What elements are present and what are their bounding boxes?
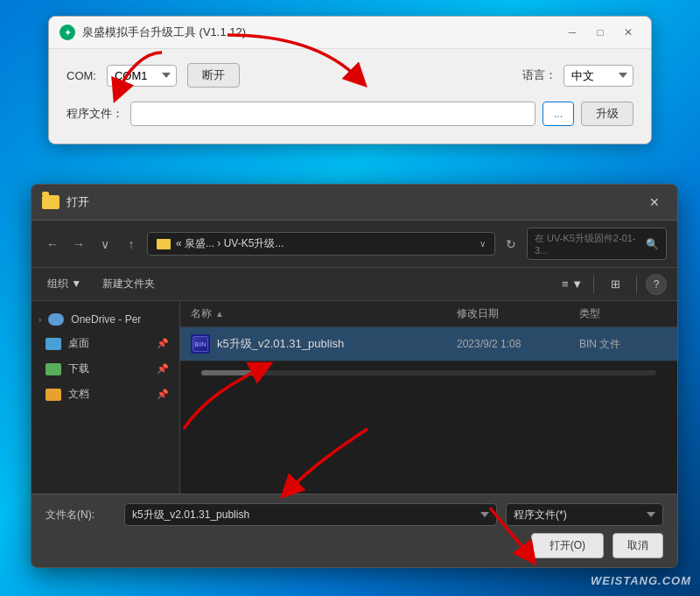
organize-button[interactable]: 组织 ▼ <box>42 273 87 295</box>
forward-button[interactable]: → <box>68 234 89 255</box>
file-type: BIN 文件 <box>579 337 667 352</box>
filename-input[interactable]: k5升级_v2.01.31_publish <box>124 503 497 526</box>
column-name[interactable]: 名称 ▲ <box>191 306 457 321</box>
docs-icon <box>46 389 61 401</box>
path-dropdown-button[interactable]: ∨ <box>94 234 116 255</box>
dialog-title-bar: 打开 ✕ <box>32 185 677 221</box>
address-bar[interactable]: « 泉盛... › UV-K5升级... ∨ <box>147 232 495 256</box>
open-button[interactable]: 打开(O) <box>531 533 604 558</box>
sidebar-item-documents[interactable]: 文档 📌 <box>32 382 179 407</box>
disconnect-button[interactable]: 断开 <box>187 63 240 88</box>
column-date[interactable]: 修改日期 <box>457 306 579 321</box>
filetype-select[interactable]: 程序文件(*) <box>506 503 663 526</box>
new-folder-button[interactable]: 新建文件夹 <box>97 273 160 295</box>
toolbar-right: ≡ ▼ ⊞ ? <box>560 274 667 295</box>
action-row: 打开(O) 取消 <box>46 533 663 558</box>
filename-label: 文件名(N): <box>46 508 116 522</box>
sidebar-item-desktop[interactable]: 桌面 📌 <box>32 331 179 356</box>
cancel-button[interactable]: 取消 <box>612 533 663 558</box>
up-button[interactable]: ↑ <box>121 234 142 255</box>
table-row[interactable]: BIN k5升级_v2.01.31_publish 2023/9/2 1:08 … <box>180 327 677 361</box>
path-text: « 泉盛... › UV-K5升级... <box>176 236 474 251</box>
sidebar-item-onedrive[interactable]: › OneDrive - Per <box>32 308 179 331</box>
dialog-title-left: 打开 <box>42 194 89 210</box>
file-list: 名称 ▲ 修改日期 类型 BIN k5升级_v2.01.31_publish 2… <box>180 301 677 494</box>
cloud-icon <box>48 313 64 326</box>
pin-icon: 📌 <box>157 338 169 349</box>
watermark: WEISTANG.COM <box>591 574 691 587</box>
download-icon <box>46 363 61 375</box>
dialog-title: 打开 <box>66 194 89 210</box>
sort-arrow-icon: ▲ <box>215 309 224 319</box>
dialog-bottom-bar: 文件名(N): k5升级_v2.01.31_publish 程序文件(*) 打开… <box>32 494 677 567</box>
scrollbar[interactable] <box>201 370 656 375</box>
upgrade-tool-window: ✦ 泉盛模拟手台升级工具 (V1.1.12) ─ □ ✕ COM: COM1 C… <box>48 16 652 144</box>
window-body: COM: COM1 COM2 COM3 COM4 断开 语言： 中文 Engli… <box>49 49 651 144</box>
file-path-input[interactable] <box>130 102 536 126</box>
close-button[interactable]: ✕ <box>616 24 640 41</box>
toolbar-separator-2 <box>636 276 637 293</box>
desktop-icon <box>46 338 61 350</box>
sidebar-item-label: OneDrive - Per <box>71 313 141 326</box>
column-type[interactable]: 类型 <box>579 306 667 321</box>
file-name: k5升级_v2.01.31_publish <box>217 336 457 352</box>
path-chevron-icon: ∨ <box>480 239 486 249</box>
refresh-button[interactable]: ↻ <box>500 234 522 255</box>
file-label: 程序文件： <box>66 106 123 122</box>
bin-file-icon: BIN <box>192 336 208 352</box>
app-icon: ✦ <box>60 25 75 40</box>
sidebar-item-label: 桌面 <box>68 336 89 351</box>
expand-arrow-icon: › <box>38 315 41 325</box>
path-folder-icon <box>157 239 171 249</box>
maximize-button[interactable]: □ <box>588 24 612 41</box>
dialog-close-button[interactable]: ✕ <box>642 193 667 211</box>
pin-icon-3: 📌 <box>157 389 169 400</box>
title-bar-controls: ─ □ ✕ <box>560 24 640 41</box>
file-row: 程序文件： ... 升级 <box>66 102 634 126</box>
language-section: 语言： 中文 English <box>522 65 634 87</box>
lang-label: 语言： <box>522 67 556 83</box>
file-icon: BIN <box>191 334 210 354</box>
search-box[interactable]: 在 UV-K5升级固件2-01-3... 🔍 <box>527 228 667 260</box>
toolbar: 组织 ▼ 新建文件夹 ≡ ▼ ⊞ ? <box>32 268 677 301</box>
file-date: 2023/9/2 1:08 <box>457 338 579 350</box>
browse-button[interactable]: ... <box>542 102 574 126</box>
sidebar-item-label: 文档 <box>68 387 89 402</box>
pin-icon-2: 📌 <box>157 363 169 375</box>
desktop: ✦ 泉盛模拟手台升级工具 (V1.1.12) ─ □ ✕ COM: COM1 C… <box>0 0 700 596</box>
view-icons-button[interactable]: ⊞ <box>603 274 627 295</box>
scrollbar-thumb <box>201 370 254 375</box>
help-button[interactable]: ? <box>646 274 667 295</box>
com-label: COM: <box>66 69 96 82</box>
search-icon: 🔍 <box>646 238 659 250</box>
file-open-dialog: 打开 ✕ ← → ∨ ↑ « 泉盛... › UV-K5升级... ∨ ↻ 在 … <box>31 184 678 568</box>
content-area: › OneDrive - Per 桌面 📌 下载 📌 文档 <box>32 301 677 494</box>
sidebar: › OneDrive - Per 桌面 📌 下载 📌 文档 <box>32 301 180 494</box>
title-bar-left: ✦ 泉盛模拟手台升级工具 (V1.1.12) <box>60 25 246 40</box>
window-title: 泉盛模拟手台升级工具 (V1.1.12) <box>82 25 246 40</box>
language-select[interactable]: 中文 English <box>564 65 634 87</box>
com-select[interactable]: COM1 COM2 COM3 COM4 <box>107 65 177 87</box>
filename-row: 文件名(N): k5升级_v2.01.31_publish 程序文件(*) <box>46 503 663 526</box>
com-row: COM: COM1 COM2 COM3 COM4 断开 语言： 中文 Engli… <box>66 63 634 88</box>
sidebar-item-downloads[interactable]: 下载 📌 <box>32 356 179 382</box>
dialog-folder-icon <box>42 195 60 209</box>
nav-bar: ← → ∨ ↑ « 泉盛... › UV-K5升级... ∨ ↻ 在 UV-K5… <box>32 221 677 268</box>
upgrade-button[interactable]: 升级 <box>581 102 634 126</box>
minimize-button[interactable]: ─ <box>560 24 584 41</box>
title-bar: ✦ 泉盛模拟手台升级工具 (V1.1.12) ─ □ ✕ <box>49 17 651 49</box>
sidebar-item-label: 下载 <box>68 361 89 376</box>
search-placeholder: 在 UV-K5升级固件2-01-3... <box>535 232 640 256</box>
view-button[interactable]: ≡ ▼ <box>560 274 584 295</box>
back-button[interactable]: ← <box>42 234 63 255</box>
toolbar-separator <box>593 276 594 293</box>
file-list-header: 名称 ▲ 修改日期 类型 <box>180 301 677 327</box>
